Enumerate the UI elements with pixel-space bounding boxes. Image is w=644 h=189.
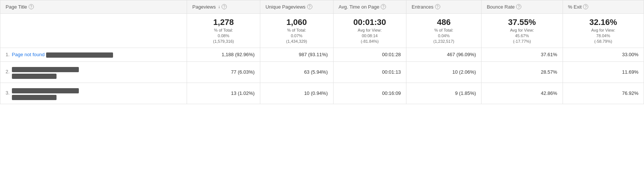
summary-page-title-cell	[0, 14, 187, 48]
table-row: 3. 13 (1.02%)10 (0.94%)00:16:099 (1.85%)…	[0, 83, 644, 104]
bounce-rate-cell: 42.86%	[482, 83, 563, 104]
summary-entrances-cell: 486 % of Total: 0.04% (1,232,517)	[406, 14, 482, 48]
redacted-block	[12, 65, 79, 79]
summary-unique-cell: 1,060 % of Total: 0.07% (1,434,329)	[260, 14, 333, 48]
unique-pct: (5.94%)	[311, 69, 328, 75]
pageviews-cell: 77 (6.03%)	[187, 61, 260, 83]
avg-time-value: 00:01:28	[382, 52, 401, 57]
exit-rate-value: 76.92%	[622, 90, 638, 96]
pageviews-pct: (1.02%)	[238, 90, 255, 96]
col-header-entrances: Entrances ?	[406, 0, 482, 14]
exit-rate-value: 11.69%	[622, 69, 638, 75]
avg-time-cell: 00:01:28	[333, 48, 406, 62]
col-header-pageviews: Pageviews ↓ ?	[187, 0, 260, 14]
entrances-cell: 9 (1.85%)	[406, 83, 482, 104]
unique-pageviews-cell: 10 (0.94%)	[260, 83, 333, 104]
entrances-pct: (2.06%)	[459, 69, 476, 75]
bounce-rate-help-icon[interactable]: ?	[516, 4, 521, 9]
avg-time-cell: 00:16:09	[333, 83, 406, 104]
summary-exit-cell: 32.16% Avg for View: 78.04% (-58.79%)	[563, 14, 644, 48]
unique-value: 63	[304, 69, 309, 75]
entrances-value: 9	[455, 90, 458, 96]
summary-unique-value: 1,060	[265, 17, 328, 27]
unique-pct: (93.11%)	[308, 52, 328, 57]
bounce-rate-value: 42.86%	[541, 90, 557, 96]
table-row: 2. 77 (6.03%)63 (5.94%)00:01:1310 (2.06%…	[0, 61, 644, 83]
bounce-rate-cell: 28.57%	[482, 61, 563, 83]
pageviews-cell: 13 (1.02%)	[187, 83, 260, 104]
page-title-help-icon[interactable]: ?	[29, 4, 34, 9]
row-number: 2.	[6, 69, 10, 74]
pageviews-value: 13	[231, 90, 236, 96]
bounce-rate-value: 37.61%	[541, 52, 557, 57]
unique-value: 987	[299, 52, 307, 57]
summary-bounce-value: 37.55%	[487, 17, 557, 27]
redacted-line-2	[12, 95, 57, 100]
exit-rate-cell: 76.92%	[563, 83, 644, 104]
unique-pageviews-help-icon[interactable]: ?	[307, 4, 312, 9]
avg-time-value: 00:16:09	[382, 90, 401, 96]
page-title-link[interactable]: Page not found	[12, 52, 45, 57]
sort-arrow-icon[interactable]: ↓	[218, 4, 220, 9]
redacted-block	[12, 87, 79, 100]
summary-pageviews-sub: % of Total: 0.08% (1,579,316)	[213, 28, 234, 44]
summary-exit-value: 32.16%	[568, 17, 638, 27]
avg-time-label: Avg. Time on Page	[339, 4, 380, 10]
pageviews-value: 77	[231, 69, 236, 75]
summary-avg-time-sub: Avg for View: 00:08:14 (-81.84%)	[358, 28, 381, 44]
exit-label: % Exit	[568, 4, 582, 10]
summary-bounce-cell: 37.55% Avg for View: 45.67% (-17.77%)	[482, 14, 563, 48]
entrances-label: Entrances	[412, 4, 434, 10]
avg-time-cell: 00:01:13	[333, 61, 406, 83]
bounce-rate-value: 28.57%	[541, 69, 557, 75]
pageviews-pct: (92.96%)	[235, 52, 255, 57]
exit-rate-cell: 11.69%	[563, 61, 644, 83]
col-header-unique-pageviews: Unique Pageviews ?	[260, 0, 333, 14]
pageviews-help-icon[interactable]: ?	[222, 4, 227, 9]
pageviews-pct: (6.03%)	[238, 69, 255, 75]
summary-avg-time-cell: 00:01:30 Avg for View: 00:08:14 (-81.84%…	[333, 14, 406, 48]
table-row: 1.Page not found1,188 (92.96%)987 (93.11…	[0, 48, 644, 62]
bounce-rate-label: Bounce Rate	[487, 4, 515, 10]
pageviews-cell: 1,188 (92.96%)	[187, 48, 260, 62]
redacted-line-2	[12, 74, 57, 79]
entrances-pct: (96.09%)	[456, 52, 476, 57]
avg-time-help-icon[interactable]: ?	[381, 4, 386, 9]
unique-pageviews-label: Unique Pageviews	[265, 4, 306, 10]
entrances-value: 467	[447, 52, 455, 57]
summary-unique-sub: % of Total: 0.07% (1,434,329)	[286, 28, 307, 44]
entrances-cell: 467 (96.09%)	[406, 48, 482, 62]
summary-exit-sub: Avg for View: 78.04% (-58.79%)	[591, 28, 615, 44]
page-title-cell: 2.	[0, 61, 187, 83]
exit-help-icon[interactable]: ?	[583, 4, 588, 9]
col-header-bounce-rate: Bounce Rate ?	[482, 0, 563, 14]
page-title-label: Page Title	[6, 4, 27, 10]
page-title-cell: 1.Page not found	[0, 48, 187, 62]
summary-entrances-value: 486	[412, 17, 476, 27]
entrances-cell: 10 (2.06%)	[406, 61, 482, 83]
col-header-page-title: Page Title ?	[0, 0, 187, 14]
entrances-value: 10	[453, 69, 458, 75]
summary-bounce-sub: Avg for View: 45.67% (-17.77%)	[510, 28, 534, 44]
summary-pageviews-cell: 1,278 % of Total: 0.08% (1,579,316)	[187, 14, 260, 48]
pageviews-value: 1,188	[222, 52, 234, 57]
redacted-line-1	[12, 88, 79, 93]
row-number: 3.	[6, 90, 10, 96]
summary-avg-time-value: 00:01:30	[339, 17, 401, 27]
summary-pageviews-value: 1,278	[192, 17, 255, 27]
redacted-bar	[46, 52, 113, 58]
col-header-exit: % Exit ?	[563, 0, 644, 14]
exit-rate-value: 33.00%	[622, 52, 638, 57]
unique-value: 10	[304, 90, 309, 96]
pageviews-label: Pageviews	[192, 4, 216, 10]
bounce-rate-cell: 37.61%	[482, 48, 563, 62]
avg-time-value: 00:01:13	[382, 69, 401, 75]
unique-pageviews-cell: 987 (93.11%)	[260, 48, 333, 62]
entrances-pct: (1.85%)	[459, 90, 476, 96]
redacted-line-1	[12, 67, 79, 72]
entrances-help-icon[interactable]: ?	[435, 4, 440, 9]
page-title-cell: 3.	[0, 83, 187, 104]
row-number: 1.	[6, 52, 10, 57]
unique-pageviews-cell: 63 (5.94%)	[260, 61, 333, 83]
summary-entrances-sub: % of Total: 0.04% (1,232,517)	[433, 28, 454, 44]
